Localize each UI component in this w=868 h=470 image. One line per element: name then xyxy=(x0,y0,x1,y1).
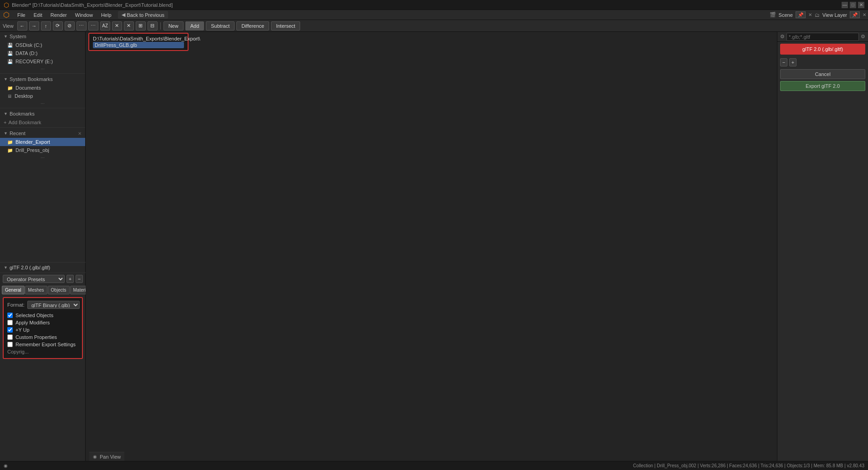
operator-presets-select[interactable]: Operator Presets xyxy=(3,275,65,283)
menu-render[interactable]: Render xyxy=(47,11,71,19)
sidebar-item-documents[interactable]: 📁 Documents xyxy=(0,84,85,92)
apply-modifiers-label: Apply Modifiers xyxy=(15,320,50,325)
recent-more-dots[interactable]: ··· xyxy=(0,154,85,161)
close-x1-button[interactable]: ✕ xyxy=(112,21,122,30)
difference-button[interactable]: Difference xyxy=(236,21,269,30)
sidebar-item-blender-export[interactable]: 📁 Blender_Export xyxy=(0,138,85,146)
sidebar-item-desktop[interactable]: 🖥 Desktop xyxy=(0,92,85,100)
selected-objects-row: Selected Objects xyxy=(7,312,78,319)
nav-more2-button[interactable]: ⋯ xyxy=(88,21,98,30)
list-view-button[interactable]: ⊟ xyxy=(148,21,158,30)
back-to-previous-button[interactable]: ◀ Back to Previous xyxy=(118,11,168,19)
sidebar-item-drill-press[interactable]: 📁 Drill_Press_obj xyxy=(0,146,85,154)
minimize-button[interactable]: — xyxy=(842,2,848,8)
divider-2 xyxy=(0,108,85,108)
view-layer-label: View Layer xyxy=(822,12,847,18)
add-bookmark-plus-icon: + xyxy=(4,120,6,125)
view-bottom-bar: ◉ Pan View xyxy=(89,452,124,461)
presets-remove-button[interactable]: − xyxy=(76,275,83,283)
system-section-label: System xyxy=(10,34,26,39)
system-bookmarks-section-header[interactable]: ▼ System Bookmarks xyxy=(0,75,85,84)
file-area[interactable]: D:\Tutorials\DataSmith_Exports\Blender_E… xyxy=(86,32,777,461)
sidebar-item-recovery[interactable]: 💾 RECOVERY (E:) xyxy=(0,57,85,66)
disk-icon-d: 💾 xyxy=(7,51,13,56)
scene-pin-button[interactable]: 📌 xyxy=(796,11,806,18)
minus-button[interactable]: − xyxy=(780,58,787,66)
title-bar: ⬡ Blender* [D:\Tutorials\DataSmith_Expor… xyxy=(0,0,868,10)
system-section-header[interactable]: ▼ System xyxy=(0,32,85,41)
remember-export-row: Remember Export Settings xyxy=(7,341,78,348)
nav-more1-button[interactable]: ⋯ xyxy=(77,21,87,30)
sidebar-item-osdisk[interactable]: 💾 OSDisk (C:) xyxy=(0,41,85,49)
maximize-button[interactable]: □ xyxy=(850,2,856,8)
filter-input[interactable] xyxy=(786,33,859,41)
nav-up-button[interactable]: ↑ xyxy=(41,21,51,30)
divider-1 xyxy=(0,73,85,74)
sidebar-item-desktop-label: Desktop xyxy=(15,93,33,99)
export-btn-row: Export glTF 2.0 xyxy=(777,80,868,92)
presets-add-button[interactable]: + xyxy=(66,275,74,283)
menu-file[interactable]: File xyxy=(14,11,29,19)
intersect-button[interactable]: Intersect xyxy=(271,21,300,30)
menu-help[interactable]: Help xyxy=(97,11,115,19)
subtract-button[interactable]: Subtract xyxy=(206,21,235,30)
file-filename[interactable]: DrillPress_GLB.glb xyxy=(93,42,184,48)
system-arrow-icon: ▼ xyxy=(4,34,8,39)
y-up-checkbox[interactable] xyxy=(7,327,13,333)
sidebar: ▼ System 💾 OSDisk (C:) 💾 DATA (D:) 💾 REC… xyxy=(0,32,86,461)
tab-meshes[interactable]: Meshes xyxy=(25,286,47,294)
apply-modifiers-row: Apply Modifiers xyxy=(7,319,78,326)
nav-back-button[interactable]: ← xyxy=(17,21,27,30)
folder-icon-docs: 📁 xyxy=(7,86,13,91)
tab-materials[interactable]: Materi... xyxy=(70,286,86,294)
menu-window[interactable]: Window xyxy=(71,11,97,19)
scene-view-controls: 🎬 Scene 📌 ✕ 🗂 View Layer 📌 ✕ xyxy=(770,11,866,18)
apply-modifiers-checkbox[interactable] xyxy=(7,320,13,325)
plus-button[interactable]: + xyxy=(789,58,797,66)
cancel-button[interactable]: Cancel xyxy=(780,69,865,79)
selected-objects-checkbox[interactable] xyxy=(7,313,13,318)
system-bookmarks-more-dots[interactable]: ··· xyxy=(0,100,85,107)
window-title: Blender* [D:\Tutorials\DataSmith_Exports… xyxy=(12,2,173,8)
custom-properties-checkbox[interactable] xyxy=(7,334,13,340)
close-button[interactable]: ✕ xyxy=(858,2,864,8)
bookmarks-arrow-icon: ▼ xyxy=(4,111,8,116)
export-row: − + xyxy=(777,56,868,68)
nav-refresh-button[interactable]: ⟳ xyxy=(53,21,63,30)
y-up-label: +Y Up xyxy=(15,327,30,333)
toolbar: View ← → ↑ ⟳ ⊘ ⋯ ⋯ AZ ✕ ✕ ⊞ ⊟ New Add Su… xyxy=(0,20,868,32)
back-to-previous-label: Back to Previous xyxy=(127,12,165,18)
system-more-dots[interactable]: ··· xyxy=(0,66,85,72)
format-select[interactable]: glTF Binary (.glb) xyxy=(27,301,80,309)
system-bookmarks-arrow-icon: ▼ xyxy=(4,77,8,81)
new-button[interactable]: New xyxy=(163,21,184,30)
nav-home-button[interactable]: ⊘ xyxy=(65,21,75,30)
recent-section-header[interactable]: ▼ Recent ✕ xyxy=(0,129,85,138)
view-layer-pin-button[interactable]: 📌 xyxy=(850,11,860,18)
add-button[interactable]: Add xyxy=(185,21,204,30)
title-bar-controls[interactable]: — □ ✕ xyxy=(842,2,864,8)
sort-alpha-button[interactable]: AZ xyxy=(100,21,110,30)
gltf-arrow-icon: ▼ xyxy=(4,265,8,270)
sidebar-item-data[interactable]: 💾 DATA (D:) xyxy=(0,49,85,57)
custom-properties-row: Custom Properties xyxy=(7,334,78,341)
options-box: Format: glTF Binary (.glb) Selected Obje… xyxy=(3,297,83,359)
close-x2-button[interactable]: ✕ xyxy=(124,21,134,30)
gltf-bottom-section: ▼ glTF 2.0 (.glb/.gltf) Operator Presets… xyxy=(0,262,86,361)
view-label: View xyxy=(3,23,14,29)
add-bookmark-button[interactable]: + Add Bookmark xyxy=(0,118,85,126)
nav-forward-button[interactable]: → xyxy=(29,21,39,30)
menu-edit[interactable]: Edit xyxy=(30,11,46,19)
copyright-label: Copyrig... xyxy=(7,349,29,354)
tab-objects[interactable]: Objects xyxy=(48,286,70,294)
blender-logo-menu: ⬡ xyxy=(2,10,11,20)
grid-view-button[interactable]: ⊞ xyxy=(136,21,146,30)
tab-general[interactable]: General xyxy=(2,286,25,294)
y-up-row: +Y Up xyxy=(7,326,78,334)
export-gltf-button[interactable]: Export glTF 2.0 xyxy=(780,81,865,91)
title-bar-left: ⬡ Blender* [D:\Tutorials\DataSmith_Expor… xyxy=(4,1,173,9)
recent-close-icon[interactable]: ✕ xyxy=(78,131,82,136)
remember-export-checkbox[interactable] xyxy=(7,342,13,347)
bookmarks-section-header[interactable]: ▼ Bookmarks xyxy=(0,109,85,118)
sidebar-item-data-label: DATA (D:) xyxy=(15,51,37,56)
